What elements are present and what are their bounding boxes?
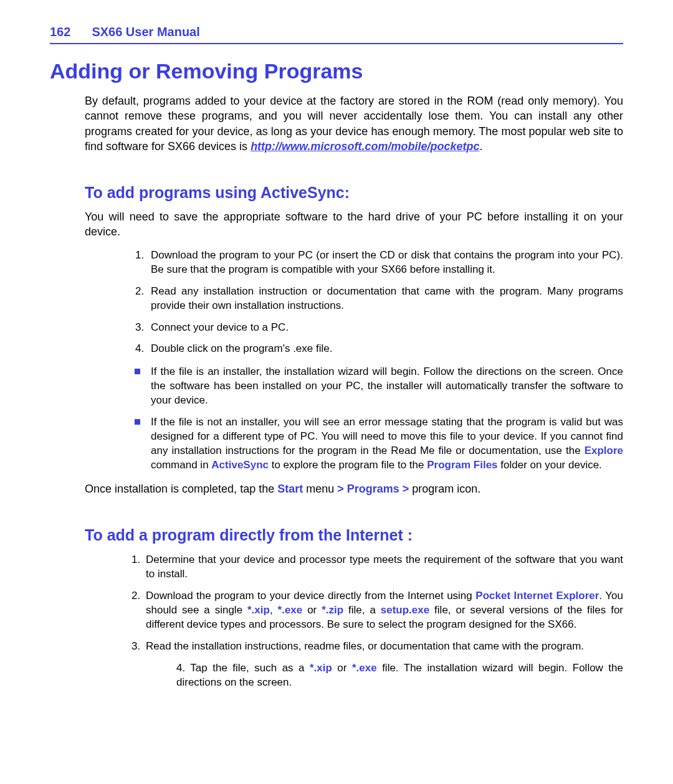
list-item: Read any installation instruction or doc… — [147, 285, 623, 313]
manual-title: SX66 User Manual — [92, 25, 199, 39]
note-text: If the file is not an installer, you wil… — [151, 416, 623, 456]
xip-ext: *.xip — [247, 604, 270, 616]
list-item: If the file is an installer, the install… — [147, 365, 623, 408]
activesync-closing: Once installation is completed, tap the … — [85, 481, 623, 496]
list-item: Download the program to your PC (or inse… — [147, 248, 623, 277]
page-title: Adding or Removing Programs — [50, 59, 623, 83]
note-text: command in — [151, 459, 211, 471]
internet-steps: Determine that your device and processor… — [50, 553, 623, 654]
note-text: folder on your device. — [498, 459, 602, 471]
explore-keyword: Explore — [585, 445, 623, 456]
setup-exe-keyword: setup.exe — [381, 604, 429, 616]
step-text: file, a — [343, 604, 381, 616]
list-item: Determine that your device and processor… — [143, 553, 623, 582]
intro-paragraph: By default, programs added to your devic… — [85, 93, 623, 154]
closing-text: menu — [303, 483, 337, 495]
exe-ext: *.exe — [352, 662, 377, 674]
closing-text: program icon. — [412, 483, 480, 495]
activesync-steps: Download the program to your PC (or inse… — [50, 248, 623, 357]
program-files-keyword: Program Files — [427, 459, 497, 471]
step-text: , — [270, 604, 278, 616]
exe-ext: *.exe — [278, 604, 303, 616]
step-text: Download the program to your device dire… — [146, 590, 475, 602]
list-item: If the file is not an installer, you wil… — [147, 415, 623, 473]
chevron: > — [337, 483, 347, 495]
internet-step-4: 4. Tap the file, such as a *.xip or *.ex… — [176, 661, 623, 690]
section-heading-internet: To add a program directly from the Inter… — [85, 526, 623, 544]
activesync-lead: You will need to save the appropriate so… — [85, 209, 623, 240]
manual-page: 162 SX66 User Manual Adding or Removing … — [0, 0, 673, 734]
intro-tail: . — [480, 140, 483, 153]
list-item: Download the program to your device dire… — [143, 589, 623, 632]
section-heading-activesync: To add programs using ActiveSync: — [85, 184, 623, 202]
step-text: or — [302, 604, 322, 616]
step-text: 4. Tap the file, such as a — [176, 662, 310, 674]
xip-ext: *.xip — [310, 662, 332, 674]
start-keyword: Start — [277, 483, 303, 495]
list-item: Connect your device to a PC. — [147, 321, 623, 335]
closing-text: Once installation is completed, tap the — [85, 483, 277, 495]
page-header: 162 SX66 User Manual — [50, 25, 623, 44]
page-number: 162 — [50, 25, 70, 39]
note-text: to explore the program file to the — [269, 459, 427, 471]
chevron: > — [399, 483, 413, 495]
zip-ext: *.zip — [322, 604, 343, 616]
activesync-notes: If the file is an installer, the install… — [50, 365, 623, 473]
pocket-ie-keyword: Pocket Internet Explorer — [475, 590, 599, 602]
pocketpc-link[interactable]: http://www.microsoft.com/mobile/pocketpc — [251, 140, 479, 153]
list-item: Double click on the program's .exe file. — [147, 342, 623, 356]
activesync-keyword: ActiveSync — [211, 459, 269, 471]
step-text: or — [332, 662, 352, 674]
programs-keyword: Programs — [347, 483, 399, 495]
list-item: Read the installation instructions, read… — [143, 640, 623, 654]
